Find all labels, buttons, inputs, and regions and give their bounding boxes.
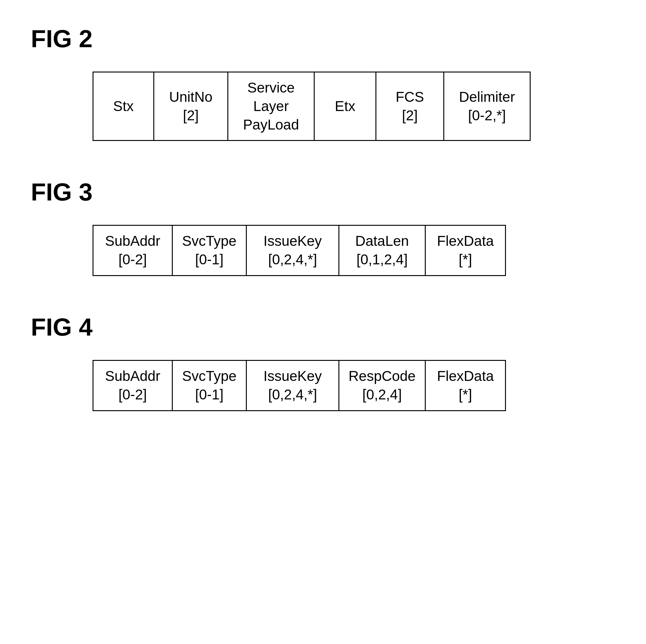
fig4-svctype-text: SvcType[0-1] <box>182 367 236 404</box>
fig3-flexdata-text: FlexData[*] <box>437 232 494 269</box>
fig2-title: FIG 2 <box>31 25 615 53</box>
figure-2: FIG 2 Stx UnitNo[2] ServiceLayerPayLoad … <box>31 25 615 141</box>
fig4-cell-svctype: SvcType[0-1] <box>173 360 247 411</box>
fig3-table: SubAddr[0-2] SvcType[0-1] IssueKey[0,2,4… <box>93 225 615 276</box>
fig2-stx-text: Stx <box>113 97 134 116</box>
fig2-cell-etx: Etx <box>315 72 376 141</box>
fig3-cell-subaddr: SubAddr[0-2] <box>93 225 173 276</box>
fig3-subaddr-text: SubAddr[0-2] <box>105 232 160 269</box>
fig2-table: Stx UnitNo[2] ServiceLayerPayLoad Etx FC… <box>93 72 615 141</box>
fig4-flexdata-text: FlexData[*] <box>437 367 494 404</box>
fig3-cell-flexdata: FlexData[*] <box>426 225 506 276</box>
fig2-fcs-text: FCS[2] <box>396 88 424 125</box>
fig3-svctype-text: SvcType[0-1] <box>182 232 236 269</box>
fig2-unitno-text: UnitNo[2] <box>169 88 213 125</box>
fig4-issuekey-text: IssueKey[0,2,4,*] <box>263 367 322 404</box>
fig2-cell-unitno: UnitNo[2] <box>154 72 228 141</box>
fig3-title: FIG 3 <box>31 178 615 206</box>
fig2-cell-delimiter: Delimiter[0-2,*] <box>444 72 531 141</box>
fig4-respcode-text: RespCode[0,2,4] <box>349 367 416 404</box>
fig4-cell-issuekey: IssueKey[0,2,4,*] <box>247 360 339 411</box>
fig4-subaddr-text: SubAddr[0-2] <box>105 367 160 404</box>
fig3-cell-datalen: DataLen[0,1,2,4] <box>339 225 426 276</box>
fig4-table: SubAddr[0-2] SvcType[0-1] IssueKey[0,2,4… <box>93 360 615 411</box>
fig2-cell-fcs: FCS[2] <box>376 72 444 141</box>
fig2-service-text: ServiceLayerPayLoad <box>243 79 299 134</box>
figure-4: FIG 4 SubAddr[0-2] SvcType[0-1] IssueKey… <box>31 313 615 411</box>
fig3-issuekey-text: IssueKey[0,2,4,*] <box>263 232 322 269</box>
fig3-cell-svctype: SvcType[0-1] <box>173 225 247 276</box>
fig4-cell-subaddr: SubAddr[0-2] <box>93 360 173 411</box>
figure-3: FIG 3 SubAddr[0-2] SvcType[0-1] IssueKey… <box>31 178 615 276</box>
fig4-cell-flexdata: FlexData[*] <box>426 360 506 411</box>
fig3-cell-issuekey: IssueKey[0,2,4,*] <box>247 225 339 276</box>
fig4-title: FIG 4 <box>31 313 615 341</box>
fig2-cell-stx: Stx <box>93 72 154 141</box>
fig2-delimiter-text: Delimiter[0-2,*] <box>459 88 515 125</box>
fig4-cell-respcode: RespCode[0,2,4] <box>339 360 426 411</box>
fig2-etx-text: Etx <box>335 97 355 116</box>
fig3-datalen-text: DataLen[0,1,2,4] <box>355 232 409 269</box>
fig2-cell-service: ServiceLayerPayLoad <box>228 72 315 141</box>
